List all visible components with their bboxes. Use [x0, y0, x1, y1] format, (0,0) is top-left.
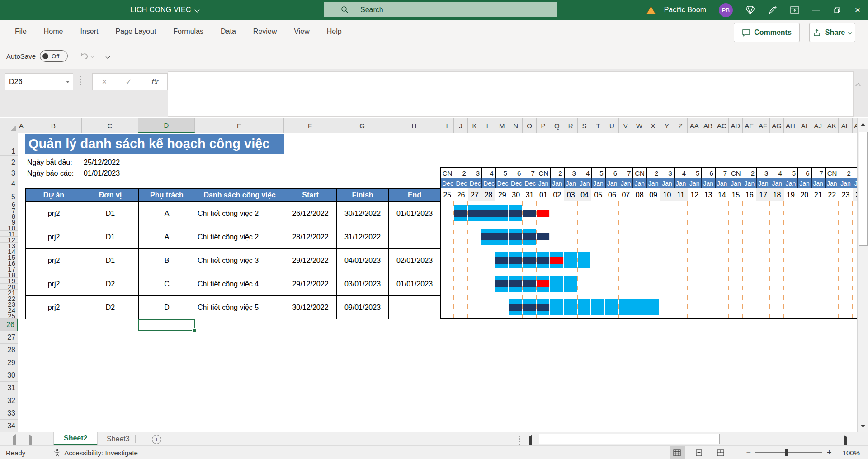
ribbon-display-options-icon[interactable] [784, 0, 806, 20]
gantt-month-cell[interactable]: Jan [729, 178, 743, 188]
gantt-month-cell[interactable]: Jan [770, 178, 784, 188]
gantt-daynumber-cell[interactable]: 26 [454, 188, 467, 201]
ribbon-tab-data[interactable]: Data [212, 20, 245, 43]
gantt-cell[interactable] [784, 225, 797, 248]
gantt-cell[interactable] [743, 272, 756, 295]
gantt-cell[interactable] [468, 201, 481, 225]
enter-button[interactable]: ✓ [125, 77, 132, 87]
column-header-G[interactable]: G [336, 118, 388, 133]
name-box-dropdown[interactable] [63, 81, 73, 83]
gantt-daynumber-cell[interactable]: 15 [729, 188, 742, 201]
gantt-cell[interactable] [440, 201, 454, 225]
gantt-cell[interactable] [646, 248, 660, 272]
column-header-Q[interactable]: Q [550, 118, 564, 133]
scroll-down-button[interactable] [858, 420, 868, 432]
page-break-preview-button[interactable] [713, 446, 728, 459]
gantt-cell[interactable] [605, 272, 619, 295]
gantt-month-cell[interactable]: Jan [606, 178, 619, 188]
column-header-Y[interactable]: Y [660, 118, 674, 133]
gantt-cell[interactable] [605, 201, 619, 225]
gantt-cell[interactable] [537, 225, 550, 248]
gantt-cell[interactable] [440, 295, 454, 318]
ribbon-tab-home[interactable]: Home [35, 20, 72, 43]
page-layout-view-button[interactable] [691, 446, 707, 459]
gantt-cell[interactable] [481, 248, 495, 272]
cell-r5c1[interactable]: prj2 [26, 296, 82, 319]
gantt-cell[interactable] [756, 248, 770, 272]
gantt-daynumber-cell[interactable]: 09 [646, 188, 660, 201]
column-header-AA[interactable]: AA [688, 118, 701, 133]
gantt-weekday-cell[interactable]: 2 [839, 168, 853, 178]
gantt-cell[interactable] [825, 272, 839, 295]
gantt-cell[interactable] [550, 248, 564, 272]
cell-r4c3[interactable]: C [139, 272, 195, 296]
gantt-month-cell[interactable]: Jan [784, 178, 798, 188]
gantt-cell[interactable] [715, 248, 729, 272]
gantt-weekday-cell[interactable]: CN [633, 168, 646, 178]
gantt-weekday-cell[interactable]: CN [441, 168, 454, 178]
gantt-month-cell[interactable]: Jan [688, 178, 702, 188]
gantt-cell[interactable] [632, 225, 646, 248]
gantt-weekday-cell[interactable]: 7 [812, 168, 826, 178]
gantt-cell[interactable] [454, 225, 467, 248]
gantt-weekday-cell[interactable]: 6 [702, 168, 715, 178]
row-header-34[interactable]: 34 [0, 420, 18, 432]
gantt-daynumber-cell[interactable]: 25 [440, 188, 454, 201]
gantt-cell[interactable] [550, 295, 564, 318]
gantt-weekday-cell[interactable]: 3 [660, 168, 674, 178]
gantt-cell[interactable] [811, 272, 825, 295]
gantt-cell[interactable] [646, 295, 660, 318]
cell-r4c6[interactable]: 03/01/2023 [337, 272, 389, 296]
gantt-weekday-cell[interactable]: 4 [482, 168, 495, 178]
column-header-U[interactable]: U [605, 118, 619, 133]
zoom-slider-thumb[interactable] [785, 449, 788, 456]
vertical-scrollbar[interactable] [857, 118, 868, 432]
sheet-title-cell[interactable]: Quản lý danh sách kế hoạch công việc [25, 134, 284, 154]
gantt-month-cell[interactable]: Jan [633, 178, 646, 188]
column-header-O[interactable]: O [523, 118, 536, 133]
row-header-31[interactable]: 31 [0, 382, 18, 394]
gantt-cell[interactable] [756, 225, 770, 248]
column-header-X[interactable]: X [646, 118, 660, 133]
gantt-cell[interactable] [632, 201, 646, 225]
gantt-daynumber-cell[interactable]: 27 [468, 188, 481, 201]
cancel-button[interactable]: × [102, 77, 107, 87]
gantt-weekday-cell[interactable]: 7 [619, 168, 633, 178]
row-header-16[interactable]: 16 [0, 260, 18, 266]
restore-button[interactable] [826, 0, 847, 20]
selected-cell-D26[interactable] [138, 319, 195, 331]
gantt-cell[interactable] [756, 201, 770, 225]
gantt-cell[interactable] [756, 272, 770, 295]
column-header-AI[interactable]: AI [797, 118, 811, 133]
column-header-Z[interactable]: Z [674, 118, 688, 133]
cell-r2c5[interactable]: 28/12/2022 [284, 225, 337, 249]
gantt-cell[interactable] [523, 201, 536, 225]
gantt-cell[interactable] [839, 201, 852, 225]
gantt-cell[interactable] [591, 225, 605, 248]
row-header-26[interactable]: 26 [0, 319, 18, 331]
gantt-weekday-cell[interactable]: 5 [496, 168, 509, 178]
gantt-cell[interactable] [646, 201, 660, 225]
gantt-cell[interactable] [495, 272, 509, 295]
column-header-R[interactable]: R [564, 118, 578, 133]
scrollbar-resize-handle[interactable] [519, 436, 520, 445]
gantt-daynumber-cell[interactable]: 29 [495, 188, 509, 201]
gantt-weekday-cell[interactable]: 6 [509, 168, 523, 178]
ribbon-tab-insert[interactable]: Insert [71, 20, 107, 43]
gantt-daynumber-cell[interactable]: 12 [688, 188, 701, 201]
gantt-weekday-cell[interactable]: 6 [798, 168, 811, 178]
gantt-month-cell[interactable]: Jan [702, 178, 715, 188]
premium-diamond-icon[interactable] [739, 0, 761, 20]
row-header-18[interactable]: 18 [0, 272, 18, 278]
cell-r4c1[interactable]: prj2 [26, 272, 82, 296]
start-date-label[interactable]: Ngày bắt đầu: [27, 159, 72, 167]
gantt-month-cell[interactable]: Jan [592, 178, 605, 188]
gantt-weekday-cell[interactable]: 5 [688, 168, 702, 178]
gantt-cell[interactable] [468, 225, 481, 248]
ribbon-tab-file[interactable]: File [6, 20, 35, 43]
gantt-month-cell[interactable]: Jan [578, 178, 592, 188]
row-header-15[interactable]: 15 [0, 254, 18, 260]
gantt-month-cell[interactable]: Jan [743, 178, 757, 188]
gantt-cell[interactable] [853, 201, 857, 225]
gantt-weekday-cell[interactable]: 4 [675, 168, 688, 178]
